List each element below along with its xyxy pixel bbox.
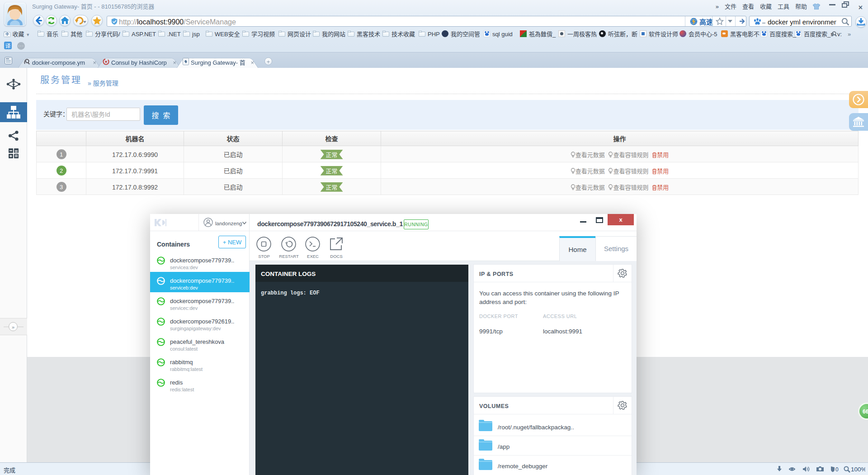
svg-text:100%: 100% (851, 466, 865, 473)
svg-text:0: 0 (835, 466, 839, 473)
